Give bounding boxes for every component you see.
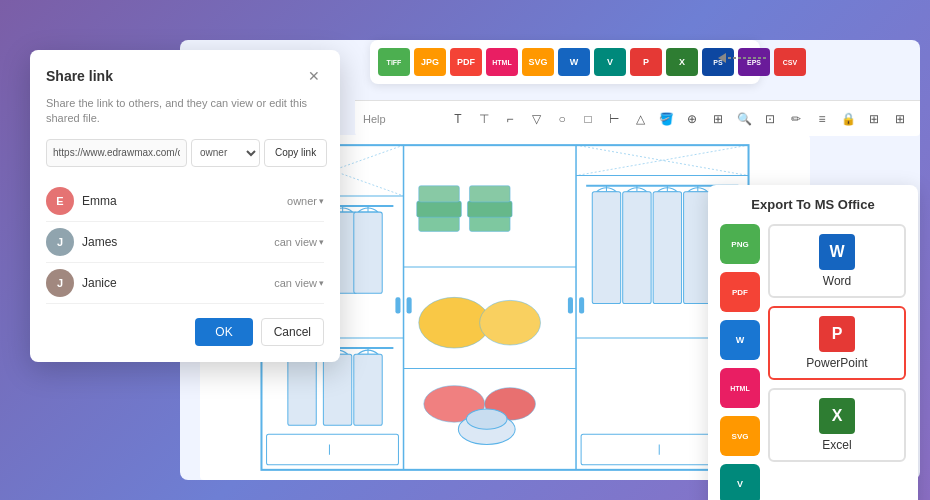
frame-tool[interactable]: ⊞ xyxy=(862,107,886,131)
svg-rect-18 xyxy=(288,354,316,425)
export-word[interactable]: W Word xyxy=(768,224,906,298)
svg-rect-27 xyxy=(419,216,460,231)
svg-rect-32 xyxy=(469,186,510,202)
format-csv[interactable]: CSV xyxy=(774,48,806,76)
user-name-emma: Emma xyxy=(82,194,287,208)
side-icon-png[interactable]: PNG xyxy=(720,224,760,264)
url-input[interactable] xyxy=(46,139,187,167)
image-tool[interactable]: ⊡ xyxy=(758,107,782,131)
user-role-janice[interactable]: can view ▾ xyxy=(274,277,324,289)
side-icon-word[interactable]: W xyxy=(720,320,760,360)
side-icon-v[interactable]: V xyxy=(720,464,760,500)
svg-rect-22 xyxy=(354,354,382,425)
format-tiff[interactable]: TIFF xyxy=(378,48,410,76)
arrow-indicator xyxy=(718,48,768,72)
svg-rect-44 xyxy=(592,192,620,304)
dialog-title: Share link xyxy=(46,68,113,84)
angle-tool[interactable]: ⌐ xyxy=(498,107,522,131)
svg-rect-57 xyxy=(579,297,584,313)
user-row-emma: E Emma owner ▾ xyxy=(46,181,324,222)
export-panel: Export To MS Office PNG PDF W HTML SVG V… xyxy=(708,185,918,500)
side-icon-html[interactable]: HTML xyxy=(720,368,760,408)
dialog-footer: OK Cancel xyxy=(46,318,324,346)
oval-tool[interactable]: ○ xyxy=(550,107,574,131)
rect-tool[interactable]: □ xyxy=(576,107,600,131)
triangle-tool[interactable]: △ xyxy=(628,107,652,131)
format-xls[interactable]: X xyxy=(666,48,698,76)
excel-icon: X xyxy=(819,398,855,434)
ppt-label: PowerPoint xyxy=(806,356,867,370)
export-excel[interactable]: X Excel xyxy=(768,388,906,462)
side-icon-svg[interactable]: SVG xyxy=(720,416,760,456)
excel-label: Excel xyxy=(822,438,851,452)
svg-rect-23 xyxy=(267,434,399,464)
format-pdf[interactable]: PDF xyxy=(450,48,482,76)
svg-rect-46 xyxy=(623,192,651,304)
connect-tool[interactable]: ⊕ xyxy=(680,107,704,131)
user-name-james: James xyxy=(82,235,274,249)
export-title: Export To MS Office xyxy=(720,197,906,212)
fill-tool[interactable]: 🪣 xyxy=(654,107,678,131)
svg-point-33 xyxy=(419,297,490,348)
lock-tool[interactable]: 🔒 xyxy=(836,107,860,131)
format-v[interactable]: V xyxy=(594,48,626,76)
svg-rect-29 xyxy=(419,186,460,202)
permission-select[interactable]: owner can view can edit xyxy=(191,139,260,167)
ok-button[interactable]: OK xyxy=(195,318,252,346)
url-row: owner can view can edit Copy link xyxy=(46,139,324,167)
avatar-janice: J xyxy=(46,269,74,297)
svg-rect-40 xyxy=(407,297,412,313)
format-toolbar: TIFF JPG PDF HTML SVG W V P X PS EPS CSV xyxy=(370,40,760,84)
svg-rect-56 xyxy=(568,297,573,313)
user-role-james[interactable]: can view ▾ xyxy=(274,236,324,248)
polygon-tool[interactable]: ▽ xyxy=(524,107,548,131)
copy-link-button[interactable]: Copy link xyxy=(264,139,327,167)
format-svg[interactable]: SVG xyxy=(522,48,554,76)
format-html[interactable]: HTML xyxy=(486,48,518,76)
svg-point-38 xyxy=(466,409,507,429)
user-role-emma[interactable]: owner ▾ xyxy=(287,195,324,207)
side-icon-pdf[interactable]: PDF xyxy=(720,272,760,312)
share-dialog: Share link ✕ Share the link to others, a… xyxy=(30,50,340,362)
more-tool[interactable]: ⊞ xyxy=(706,107,730,131)
svg-rect-48 xyxy=(653,192,681,304)
svg-rect-14 xyxy=(354,212,382,293)
edit-toolbar: Help T ⊤ ⌐ ▽ ○ □ ⊢ △ 🪣 ⊕ ⊞ 🔍 ⊡ ✏ ≡ 🔒 ⊞ ⊞ xyxy=(355,100,920,136)
zoom-tool[interactable]: 🔍 xyxy=(732,107,756,131)
help-label: Help xyxy=(363,113,386,125)
word-label: Word xyxy=(823,274,851,288)
svg-rect-28 xyxy=(417,201,462,217)
user-row-janice: J Janice can view ▾ xyxy=(46,263,324,304)
svg-rect-39 xyxy=(395,297,400,313)
cancel-button[interactable]: Cancel xyxy=(261,318,324,346)
ruler-tool[interactable]: ≡ xyxy=(810,107,834,131)
avatar-emma: E xyxy=(46,187,74,215)
format-tool[interactable]: ⊤ xyxy=(472,107,496,131)
svg-rect-31 xyxy=(467,201,512,217)
svg-rect-30 xyxy=(469,216,510,231)
format-ppt[interactable]: P xyxy=(630,48,662,76)
close-button[interactable]: ✕ xyxy=(304,66,324,86)
pen-tool[interactable]: ✏ xyxy=(784,107,808,131)
ppt-icon: P xyxy=(819,316,855,352)
svg-point-34 xyxy=(480,300,541,345)
format-jpg[interactable]: JPG xyxy=(414,48,446,76)
dialog-description: Share the link to others, and they can v… xyxy=(46,96,324,127)
svg-rect-20 xyxy=(323,354,351,425)
side-icons: PNG PDF W HTML SVG V xyxy=(720,224,760,500)
grid-tool[interactable]: ⊞ xyxy=(888,107,912,131)
user-name-janice: Janice xyxy=(82,276,274,290)
word-icon: W xyxy=(819,234,855,270)
user-row-james: J James can view ▾ xyxy=(46,222,324,263)
avatar-james: J xyxy=(46,228,74,256)
line-tool[interactable]: ⊢ xyxy=(602,107,626,131)
svg-marker-1 xyxy=(718,53,726,63)
text-tool[interactable]: T xyxy=(446,107,470,131)
format-word[interactable]: W xyxy=(558,48,590,76)
export-powerpoint[interactable]: P PowerPoint xyxy=(768,306,906,380)
dialog-header: Share link ✕ xyxy=(46,66,324,86)
